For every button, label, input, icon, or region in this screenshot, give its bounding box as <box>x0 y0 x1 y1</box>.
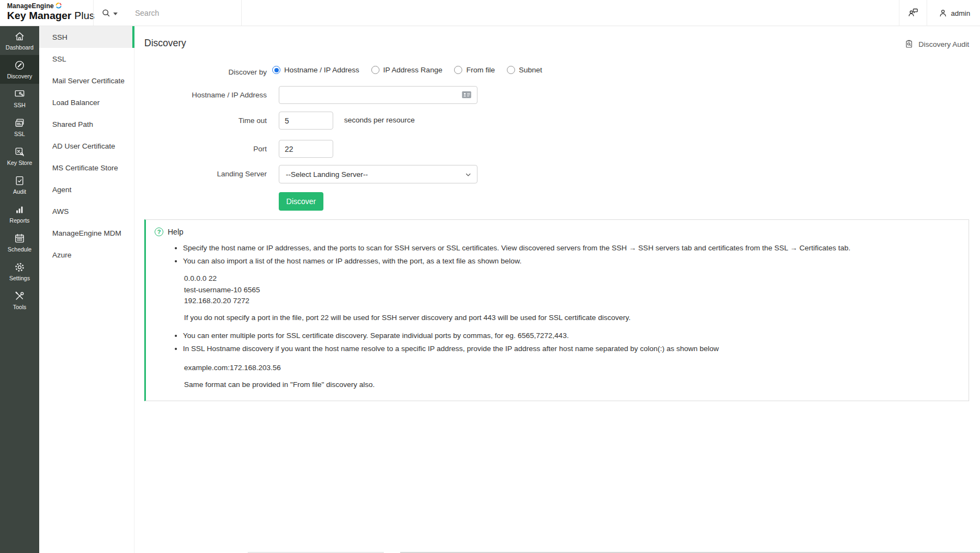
search-area <box>101 0 228 26</box>
timeout-suffix: seconds per resource <box>344 116 415 124</box>
sidebar-item-key-store[interactable]: Key Store <box>0 142 39 170</box>
submenu-item-ms-certificate-store[interactable]: MS Certificate Store <box>39 157 134 179</box>
topbar-divider <box>241 0 242 26</box>
port-label: Port <box>134 145 267 153</box>
hostname-field-wrap <box>279 86 477 104</box>
brand-name: ManageEngine <box>7 2 54 10</box>
radio-ip-range[interactable]: IP Address Range <box>371 66 443 74</box>
discover-by-label: Discover by <box>134 68 267 76</box>
search-input[interactable] <box>135 9 228 17</box>
submenu-item-ad-user-certificate[interactable]: AD User Certificate <box>39 135 134 157</box>
help-title: Help <box>168 228 183 236</box>
discovery-submenu: SSH SSL Mail Server Certificate Load Bal… <box>39 26 134 553</box>
audit-search-icon <box>904 39 914 49</box>
timeout-label: Time out <box>134 116 267 125</box>
sidebar-item-reports[interactable]: Reports <box>0 199 39 228</box>
landing-server-select[interactable]: --Select Landing Server-- <box>279 165 477 183</box>
radio-hostname-ip[interactable]: Hostname / IP Address <box>272 66 359 74</box>
key-box-icon <box>14 146 26 158</box>
radio-circle-icon <box>371 66 379 74</box>
calendar-icon <box>14 232 26 244</box>
radio-circle-icon <box>454 66 462 74</box>
sidebar-item-tools[interactable]: Tools <box>0 286 39 315</box>
timeout-input[interactable] <box>279 112 333 130</box>
app-window: ManageEngine Key Manager Plus <box>0 0 980 553</box>
main-content: Discovery Discovery Audit Discover by Ho… <box>134 26 980 553</box>
compass-icon <box>14 59 26 71</box>
submenu-item-load-balancer[interactable]: Load Balancer <box>39 91 134 113</box>
sidebar-item-dashboard[interactable]: Dashboard <box>0 26 39 55</box>
help-bullet: Specify the host name or IP addresses, a… <box>183 242 969 255</box>
tools-icon <box>14 290 26 302</box>
help-bullet: You can also import a list of the host n… <box>183 255 969 268</box>
search-icon[interactable] <box>101 8 118 19</box>
brand-swirl-icon <box>54 2 62 9</box>
hostname-input[interactable] <box>279 86 477 104</box>
topbar-divider <box>93 0 94 26</box>
user-icon <box>938 8 948 18</box>
sidebar-item-schedule[interactable]: Schedule <box>0 228 39 257</box>
bar-chart-icon <box>14 204 26 216</box>
username-label: admin <box>951 9 970 17</box>
help-bullet-list: You can enter multiple ports for SSL cer… <box>146 329 969 355</box>
sidebar-item-ssh[interactable]: SSH <box>0 84 39 113</box>
discover-by-radio-group: Hostname / IP Address IP Address Range F… <box>272 66 542 74</box>
submenu-item-aws[interactable]: AWS <box>39 200 134 222</box>
help-port-note: If you do not specify a port in the file… <box>184 314 969 322</box>
submenu-item-shared-path[interactable]: Shared Path <box>39 113 134 135</box>
clipboard-check-icon <box>14 175 26 187</box>
submenu-item-ssl[interactable]: SSL <box>39 48 134 70</box>
sidebar-item-ssl[interactable]: SSL <box>0 113 39 142</box>
search-scope-caret-icon[interactable] <box>113 13 118 15</box>
user-menu[interactable]: admin <box>927 8 980 18</box>
discover-button[interactable]: Discover <box>279 192 323 211</box>
radio-subnet[interactable]: Subnet <box>507 66 542 74</box>
feedback-button[interactable] <box>899 0 927 26</box>
help-panel: ? Help Specify the host name or IP addre… <box>144 219 969 401</box>
radio-circle-icon <box>507 66 515 74</box>
sidebar-item-audit[interactable]: Audit <box>0 170 39 199</box>
help-question-icon: ? <box>155 228 163 236</box>
app-logo[interactable]: ManageEngine Key Manager Plus <box>7 2 95 22</box>
main-sidebar: Dashboard Discovery SSH <box>0 26 39 553</box>
submenu-item-ssh[interactable]: SSH <box>39 26 134 48</box>
certificate-icon <box>14 117 26 129</box>
topbar: ManageEngine Key Manager Plus <box>0 0 980 26</box>
landing-server-value: --Select Landing Server-- <box>286 170 368 179</box>
submenu-item-agent[interactable]: Agent <box>39 179 134 200</box>
contact-card-icon[interactable] <box>461 90 472 100</box>
sidebar-item-discovery[interactable]: Discovery <box>0 55 39 84</box>
radio-from-file[interactable]: From file <box>454 66 495 74</box>
submenu-item-manageengine-mdm[interactable]: ManageEngine MDM <box>39 222 134 244</box>
chevron-down-icon <box>465 171 471 178</box>
product-name: Key Manager Plus <box>7 10 95 22</box>
discovery-audit-link[interactable]: Discovery Audit <box>904 39 969 49</box>
feedback-icon <box>907 7 919 19</box>
submenu-item-azure[interactable]: Azure <box>39 244 134 266</box>
gear-icon <box>14 261 26 273</box>
radio-circle-icon <box>272 66 280 74</box>
sidebar-item-settings[interactable]: Settings <box>0 257 39 286</box>
port-input[interactable] <box>279 140 333 158</box>
help-bullet: You can enter multiple ports for SSL cer… <box>183 329 969 342</box>
help-bullet-list: Specify the host name or IP addresses, a… <box>146 242 969 268</box>
topbar-right: admin <box>899 0 980 26</box>
hostname-label: Hostname / IP Address <box>134 91 267 99</box>
home-icon <box>14 30 26 42</box>
help-file-example: 0.0.0.0 22 test-username-10 6565 192.168… <box>184 273 969 307</box>
submenu-item-mail-server-certificate[interactable]: Mail Server Certificate <box>39 70 134 91</box>
discovery-audit-label: Discovery Audit <box>918 40 969 48</box>
monitor-key-icon <box>14 88 26 100</box>
page-title: Discovery <box>144 38 186 49</box>
help-format-note: Same format can be provided in "From fil… <box>184 380 969 389</box>
help-hostname-example: example.com:172.168.203.56 <box>184 364 969 372</box>
landing-server-label: Landing Server <box>134 170 267 178</box>
help-bullet: In SSL Hostname discovery if you want th… <box>183 342 969 355</box>
help-header: ? Help <box>155 228 969 236</box>
